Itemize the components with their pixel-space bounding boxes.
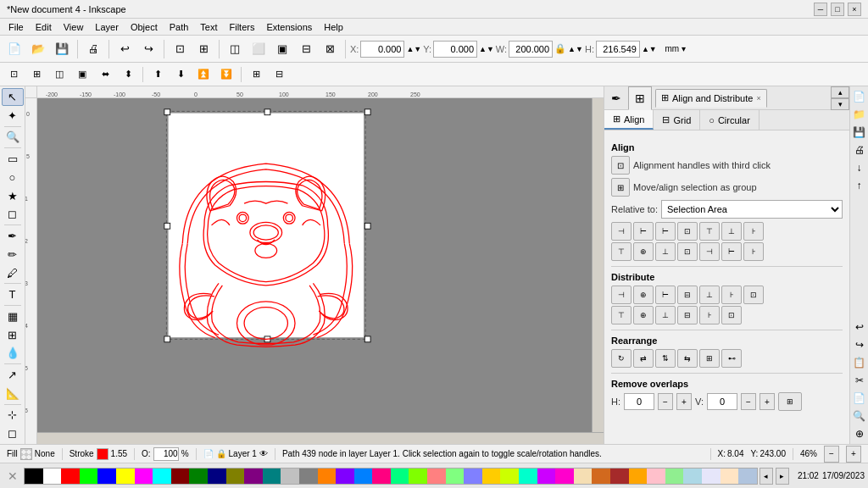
dist-left[interactable]: ⊣ [611, 286, 632, 304]
pencil-tool[interactable]: ✏ [2, 246, 24, 263]
color-cell[interactable] [61, 469, 80, 484]
dist-gap-v[interactable]: ⊟ [677, 306, 698, 324]
menu-filters[interactable]: Filters [225, 19, 260, 36]
align-tab-close[interactable]: × [756, 94, 760, 103]
align-anchor-v[interactable]: ⊡ [677, 242, 698, 261]
subtab-circular[interactable]: ○ Circular [700, 110, 760, 130]
color-cell[interactable] [482, 469, 501, 484]
subtab-align[interactable]: ⊞ Align [604, 110, 654, 130]
y-input[interactable] [433, 41, 477, 58]
fr-undo-btn[interactable]: ↩ [851, 319, 868, 336]
fr-import-btn[interactable]: ↓ [851, 159, 868, 176]
fr-copy-btn[interactable]: 📄 [851, 390, 868, 407]
color-cell[interactable] [354, 469, 373, 484]
menu-view[interactable]: View [58, 19, 89, 36]
color-cell[interactable] [189, 469, 208, 484]
align-right-v[interactable]: ⊢ [721, 242, 742, 261]
align-bottom-edge[interactable]: ⊥ [655, 242, 676, 261]
transform4-button[interactable]: ▣ [72, 65, 92, 84]
fill-swatch[interactable] [20, 448, 32, 460]
stroke-swatch[interactable] [97, 448, 108, 460]
align-anchor-h[interactable]: ⊡ [677, 222, 698, 241]
transform-button[interactable]: ⊡ [3, 65, 24, 84]
select-tool[interactable]: ↖ [2, 88, 24, 106]
color-scroll-left[interactable]: ◂ [760, 468, 773, 485]
dist-top[interactable]: ⊤ [611, 306, 632, 324]
rect-tool[interactable]: ▭ [2, 150, 24, 168]
h-overlap-input[interactable] [624, 393, 654, 410]
h-overlap-plus[interactable]: + [676, 393, 692, 410]
print-button[interactable]: 🖨 [82, 38, 104, 60]
lock-ratio[interactable]: 🔒 [554, 43, 566, 54]
color-cell[interactable] [244, 469, 263, 484]
menu-layer[interactable]: Layer [90, 19, 124, 36]
fr-redo-btn[interactable]: ↪ [851, 336, 868, 353]
raise-top-button[interactable]: ⏫ [193, 65, 214, 84]
align-left-button[interactable]: ◫ [224, 38, 246, 60]
fr-find-btn[interactable]: 🔍 [851, 408, 868, 424]
horizontal-scrollbar[interactable] [37, 432, 604, 444]
menu-edit[interactable]: Edit [31, 19, 57, 36]
color-cell[interactable] [97, 469, 116, 484]
color-cell[interactable] [318, 469, 337, 484]
3d-tool[interactable]: ◻ [2, 205, 24, 223]
save-button[interactable]: 💾 [51, 38, 73, 60]
fr-cut-btn[interactable]: ✂ [851, 372, 868, 389]
v-overlap-input[interactable] [707, 393, 737, 410]
minimize-button[interactable]: ─ [814, 3, 827, 16]
color-cell[interactable] [446, 469, 465, 484]
fr-export-btn[interactable]: ↑ [851, 177, 868, 194]
color-cell[interactable] [629, 469, 648, 484]
close-button[interactable]: × [848, 3, 861, 16]
color-strip[interactable] [24, 468, 758, 485]
rearrange-2[interactable]: ⇄ [633, 349, 654, 368]
panel-icon-align[interactable]: ⊞ [628, 86, 652, 110]
w-inc[interactable]: ▲▼ [568, 45, 583, 53]
zoom-tool[interactable]: 🔍 [2, 128, 24, 146]
align-left-edge[interactable]: ⊣ [611, 222, 632, 241]
color-cell[interactable] [281, 469, 299, 484]
dist-extra2[interactable]: ⊡ [743, 286, 764, 304]
align-center-button[interactable]: ⬜ [248, 38, 270, 60]
align-left-v[interactable]: ⊣ [699, 242, 720, 261]
pen-tool[interactable]: ✒ [2, 227, 24, 245]
dropper-tool[interactable]: 💧 [2, 344, 24, 362]
color-cell[interactable] [153, 469, 171, 484]
color-cell[interactable] [372, 469, 391, 484]
star-tool[interactable]: ★ [2, 187, 24, 205]
y-inc[interactable]: ▲▼ [479, 45, 494, 53]
rearrange-3[interactable]: ⇅ [655, 349, 676, 368]
zoom-minus[interactable]: − [824, 446, 839, 463]
color-cell[interactable] [702, 469, 721, 484]
color-cell[interactable] [574, 469, 593, 484]
color-cell[interactable] [647, 469, 665, 484]
align-top-h[interactable]: ⊤ [699, 222, 720, 241]
x-input[interactable] [360, 41, 404, 58]
color-cell[interactable] [537, 469, 556, 484]
maximize-button[interactable]: □ [831, 3, 844, 16]
w-input[interactable] [509, 41, 553, 58]
color-cell[interactable] [391, 469, 409, 484]
menu-file[interactable]: File [3, 19, 29, 36]
dist-baseline[interactable]: ⊥ [699, 286, 720, 304]
zoom-draw-button[interactable]: ⊞ [192, 38, 214, 60]
dist-bottom[interactable]: ⊥ [655, 306, 676, 324]
remove-overlaps-btn[interactable]: ⊞ [778, 392, 802, 411]
fr-paste-btn[interactable]: 📋 [851, 354, 868, 371]
v-overlap-plus[interactable]: + [760, 393, 775, 410]
rearrange-4[interactable]: ⇆ [677, 349, 698, 368]
rearrange-6[interactable]: ⊷ [721, 349, 742, 368]
color-cell[interactable] [555, 469, 574, 484]
transform3-button[interactable]: ◫ [49, 65, 70, 84]
dist-gap-h[interactable]: ⊟ [677, 286, 698, 304]
color-none[interactable]: ✕ [3, 467, 22, 485]
eraser-tool[interactable]: ◻ [2, 424, 24, 442]
align-extra-h[interactable]: ⊦ [743, 222, 764, 241]
color-cell[interactable] [427, 469, 446, 484]
node-tool[interactable]: ✦ [2, 107, 24, 125]
color-cell[interactable] [738, 469, 757, 484]
color-cell[interactable] [592, 469, 610, 484]
new-button[interactable]: 📄 [3, 38, 25, 60]
gradient-tool[interactable]: ▦ [2, 308, 24, 325]
panel-scroll-up[interactable]: ▴ [831, 86, 849, 98]
